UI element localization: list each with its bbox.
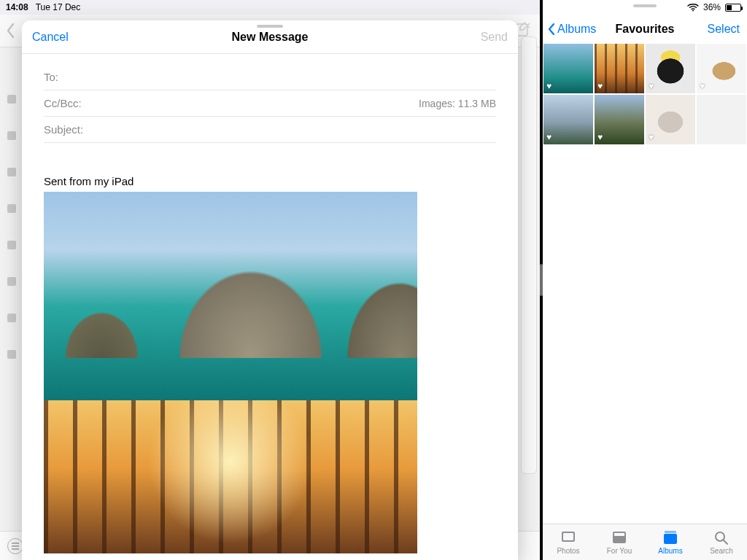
send-button[interactable]: Send <box>481 31 508 44</box>
status-time: 14:08 <box>6 2 28 12</box>
compose-nav: Cancel New Message Send <box>22 20 518 54</box>
attachment-image-1[interactable] <box>44 192 417 400</box>
svg-rect-5 <box>614 533 624 536</box>
heart-icon: ♥ <box>597 132 603 142</box>
battery-percentage: 36% <box>703 2 721 12</box>
heart-icon: ♥ <box>597 81 603 91</box>
photos-nav: Albums Favourites Select <box>543 15 747 44</box>
attachment-image-2[interactable] <box>44 400 417 553</box>
compose-body: To: Cc/Bcc: Images: 11.3 MB Subject: <box>22 54 518 560</box>
photos-tab-icon <box>560 529 577 545</box>
heart-icon: ♥ <box>700 81 705 91</box>
status-bar-left: 14:08 Tue 17 Dec <box>0 0 540 15</box>
svg-rect-7 <box>664 534 677 544</box>
status-bar-right: 36% <box>543 0 747 15</box>
albums-back-label: Albums <box>557 23 596 36</box>
favourites-grid: ♥ ♥ ♥ ♥ ♥ ♥ ♥ <box>543 44 747 144</box>
favourite-thumb-5[interactable]: ♥ <box>543 95 593 144</box>
tab-photos[interactable]: Photos <box>543 524 594 560</box>
foryou-tab-icon <box>611 529 628 545</box>
back-chevron-icon <box>4 21 18 40</box>
svg-point-8 <box>716 532 724 541</box>
tab-for-you[interactable]: For You <box>594 524 645 560</box>
select-button[interactable]: Select <box>708 23 740 36</box>
favourite-thumb-1[interactable]: ♥ <box>543 44 593 93</box>
ccbcc-label: Cc/Bcc: <box>44 97 106 109</box>
cancel-button[interactable]: Cancel <box>32 31 69 44</box>
photos-tabbar: Photos For You Albums Search <box>543 524 747 560</box>
favourite-thumb-2[interactable]: ♥ <box>595 44 644 93</box>
split-view-handle[interactable] <box>540 264 543 296</box>
heart-icon: ♥ <box>649 81 654 91</box>
albums-back-button[interactable]: Albums <box>547 23 596 36</box>
chevron-left-icon <box>547 23 556 36</box>
svg-point-1 <box>692 9 694 11</box>
ccbcc-row[interactable]: Cc/Bcc: Images: 11.3 MB <box>44 90 496 117</box>
status-date: Tue 17 Dec <box>36 2 81 12</box>
favourite-thumb-3[interactable]: ♥ <box>646 44 695 93</box>
background-card <box>521 36 537 474</box>
search-tab-icon <box>713 529 730 545</box>
favourite-thumb-4[interactable]: ♥ <box>697 44 746 93</box>
filter-icon <box>7 538 23 554</box>
subject-label: Subject: <box>44 123 106 136</box>
battery-icon <box>725 4 741 12</box>
albums-tab-icon <box>662 529 679 545</box>
heart-icon: ♥ <box>546 132 551 142</box>
favourite-thumb-empty <box>697 95 746 144</box>
svg-rect-6 <box>665 531 676 533</box>
compose-title: New Message <box>232 31 309 44</box>
wifi-icon <box>687 3 699 12</box>
photos-title: Favourites <box>616 23 675 36</box>
compose-sheet: Cancel New Message Send To: Cc/Bcc: Imag… <box>22 20 518 560</box>
images-size-indicator: Images: 11.3 MB <box>419 98 496 109</box>
svg-rect-3 <box>563 533 573 540</box>
mail-app-pane: 14:08 Tue 17 Dec Cancel New Message Send <box>0 0 540 560</box>
email-signature[interactable]: Sent from my iPad <box>44 175 496 187</box>
to-label: To: <box>44 71 106 83</box>
attachments-area[interactable] <box>44 192 417 553</box>
tab-search[interactable]: Search <box>696 524 747 560</box>
slideover-grabber[interactable] <box>633 4 657 7</box>
heart-icon: ♥ <box>546 81 551 91</box>
favourite-thumb-7[interactable]: ♥ <box>646 95 695 144</box>
subject-row[interactable]: Subject: <box>44 117 496 143</box>
battery-fill <box>727 5 732 10</box>
to-row[interactable]: To: <box>44 64 496 90</box>
heart-icon: ♥ <box>649 132 654 142</box>
svg-line-9 <box>724 540 727 544</box>
photos-app-pane: 36% Albums Favourites Select ♥ ♥ ♥ ♥ ♥ ♥… <box>543 0 747 560</box>
favourite-thumb-6[interactable]: ♥ <box>595 95 644 144</box>
split-view-divider[interactable] <box>540 0 543 560</box>
tab-albums[interactable]: Albums <box>645 524 696 560</box>
mail-list-hints <box>7 95 18 359</box>
